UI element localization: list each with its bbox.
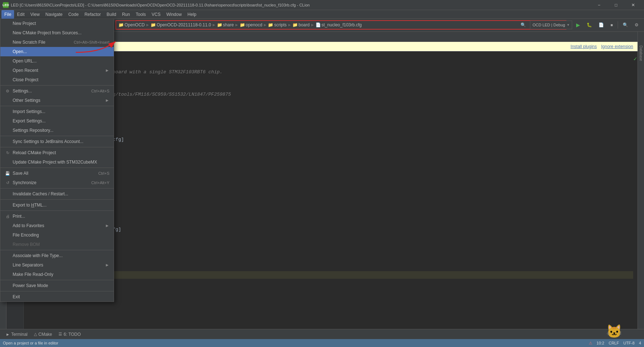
menu-add-favorites[interactable]: Add to Favorites ► (0, 221, 114, 230)
breadcrumb-sep-2: ► (212, 22, 216, 27)
check-indicator: ✓ (633, 56, 638, 62)
tab-terminal[interactable]: ► Terminal (3, 331, 30, 338)
export-label: Export Settings... (13, 118, 45, 123)
run-button[interactable]: ▶ (574, 20, 583, 30)
add-favorites-label: Add to Favorites (13, 223, 44, 228)
menu-view[interactable]: View (27, 10, 43, 19)
sep-6 (0, 188, 114, 188)
todo-icon: ☰ (58, 332, 62, 337)
synchronize-shortcut: Ctrl+Alt+Y (91, 181, 109, 185)
maximize-button[interactable]: □ (608, 0, 624, 10)
database-label[interactable]: Database (639, 45, 643, 61)
invalidate-label: Invalidate Caches / Restart... (13, 191, 68, 196)
sep-11 (0, 291, 114, 291)
encoding[interactable]: UTF-8 (623, 341, 635, 345)
menu-reload-cmake[interactable]: ↻ Reload CMake Project (0, 148, 114, 157)
breadcrumb-item-5[interactable]: scripts (274, 22, 287, 27)
coverage-button[interactable]: ■ (608, 20, 615, 30)
sep-7 (0, 199, 114, 200)
menu-invalidate-caches[interactable]: Invalidate Caches / Restart... (0, 189, 114, 199)
debug-button[interactable]: 🐛 (584, 20, 595, 30)
install-plugins-link[interactable]: Install plugins (571, 44, 597, 49)
menu-window[interactable]: Window (164, 10, 185, 19)
line-ending[interactable]: CRLF (609, 341, 619, 345)
sep-8 (0, 211, 114, 211)
menu-save-all[interactable]: 💾 Save All Ctrl+S (0, 169, 114, 178)
breadcrumb-item-6[interactable]: board (299, 22, 310, 27)
print-icon: 🖨 (5, 214, 10, 218)
breadcrumb-item-3[interactable]: share (223, 22, 234, 27)
save-all-icon: 💾 (5, 171, 10, 176)
minimize-button[interactable]: − (591, 0, 607, 10)
close-button[interactable]: ✕ (625, 0, 641, 10)
menu-synchronize[interactable]: ↺ Synchronize Ctrl+Alt+Y (0, 178, 114, 187)
menu-new-scratch[interactable]: New Scratch File Ctrl+Alt+Shift+Insert (0, 38, 114, 47)
settings-shortcut: Ctrl+Alt+S (91, 89, 109, 93)
menu-vcs[interactable]: VCS (149, 10, 164, 19)
code-line-3 (28, 113, 633, 121)
menu-file[interactable]: File (1, 10, 14, 19)
menu-associate-file-type[interactable]: Associate with File Type... (0, 251, 114, 260)
code-content[interactable]: # This is an ST NUCLEO F103RB board with… (24, 51, 638, 331)
settings-icon: ⚙ (5, 89, 10, 94)
breadcrumb-item-1[interactable]: OpenOCD (125, 22, 145, 27)
code-line-1: # This is an ST NUCLEO F103RB board with… (28, 69, 633, 76)
open-label: Open... (13, 49, 27, 54)
breadcrumb-item-2[interactable]: OpenOCD-20211118-0.11.0 (157, 22, 211, 27)
sep-3 (0, 136, 114, 136)
code-line-4: source [find interface/stlink.cfg] (28, 136, 633, 144)
reload-cmake-icon: ↻ (5, 151, 10, 155)
tab-cmake[interactable]: △ CMake (31, 331, 55, 338)
make-read-only-label: Make File Read-Only (13, 272, 53, 277)
menu-export-settings[interactable]: Export Settings... (0, 116, 114, 126)
menu-open[interactable]: Open... (0, 47, 114, 56)
menu-other-settings[interactable]: Other Settings ► (0, 96, 114, 105)
menu-code[interactable]: Code (65, 10, 82, 19)
settings-gear-btn[interactable]: ⚙ (632, 20, 641, 30)
menu-import-settings[interactable]: Import Settings... (0, 107, 114, 116)
search-button[interactable]: 🔍 (620, 20, 631, 30)
scratch-shortcut: Ctrl+Alt+Shift+Insert (74, 40, 109, 44)
code-line-10: #reset_config srst_only (28, 271, 633, 279)
menu-open-url[interactable]: Open URL... (0, 56, 114, 66)
profile-button[interactable]: 📄 (596, 20, 606, 30)
error-icon: ⚠ (589, 341, 592, 346)
menu-build[interactable]: Build (104, 10, 119, 19)
tab-todo[interactable]: ☰ 6: TODO (56, 331, 84, 338)
menu-close-project[interactable]: Close Project (0, 75, 114, 84)
menu-make-read-only[interactable]: Make File Read-Only (0, 270, 114, 279)
menu-settings[interactable]: ⚙ Settings... Ctrl+Alt+S (0, 86, 114, 96)
menu-navigate[interactable]: Navigate (43, 10, 65, 19)
menu-power-save[interactable]: Power Save Mode (0, 281, 114, 290)
menu-update-stm32[interactable]: Update CMake Project with STM32CubeMX (0, 157, 114, 167)
remove-bom-label: Remove BOM (13, 242, 40, 247)
breadcrumb-item-4[interactable]: openocd (246, 22, 262, 27)
cursor-position[interactable]: 10:2 (597, 341, 604, 345)
power-save-label: Power Save Mode (13, 283, 48, 288)
run-config-button[interactable]: OCD LED | Debug ▼ (530, 21, 572, 29)
menu-refactor[interactable]: Refactor (82, 10, 104, 19)
menu-help[interactable]: Help (184, 10, 199, 19)
menu-sync-jb[interactable]: Sync Settings to JetBrains Account... (0, 137, 114, 146)
menu-print[interactable]: 🖨 Print... (0, 212, 114, 221)
ignore-extension-link[interactable]: Ignore extension (601, 44, 633, 49)
save-all-shortcut: Ctrl+S (98, 171, 109, 175)
sep-9 (0, 250, 114, 250)
save-all-label: Save All (13, 171, 28, 176)
breadcrumb-folder-icon-2: 📁 (151, 22, 156, 27)
menu-run[interactable]: Run (119, 10, 133, 19)
indent-size[interactable]: 4 (639, 341, 641, 345)
menu-file-encoding[interactable]: File Encoding (0, 230, 114, 240)
menu-tools[interactable]: Tools (133, 10, 149, 19)
menu-open-recent[interactable]: Open Recent ► (0, 66, 114, 75)
menu-export-html[interactable]: Export to HTML... (0, 200, 114, 210)
menu-new-cmake-project[interactable]: New CMake Project from Sources... (0, 28, 114, 38)
breadcrumb-item-7[interactable]: st_nucleo_f103rb.cfg (322, 22, 362, 27)
menu-settings-repo[interactable]: Settings Repository... (0, 126, 114, 135)
favorites-arrow: ► (105, 223, 109, 228)
menu-new-project[interactable]: New Project (0, 19, 114, 28)
search-everywhere-btn[interactable]: 🔍 (518, 20, 528, 30)
menu-line-separators[interactable]: Line Separators ► (0, 260, 114, 270)
menu-edit[interactable]: Edit (14, 10, 27, 19)
menu-exit[interactable]: Exit (0, 292, 114, 302)
